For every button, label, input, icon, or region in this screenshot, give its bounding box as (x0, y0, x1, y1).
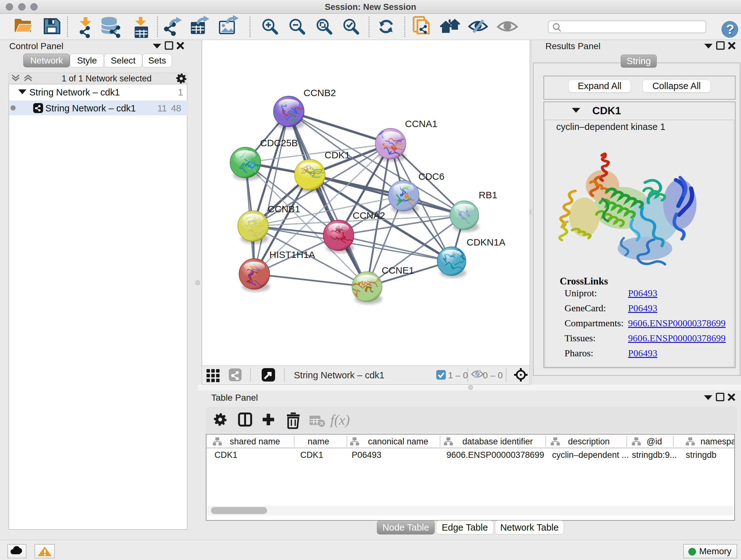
svg-text:9606.ENSP00000378699: 9606.ENSP00000378699 (447, 450, 544, 460)
svg-text:CCNB1: CCNB1 (268, 204, 300, 214)
svg-text:CDK1: CDK1 (300, 450, 323, 460)
svg-text:CCNB2: CCNB2 (304, 87, 336, 98)
svg-text:cyclin–dependent ...: cyclin–dependent ... (552, 450, 629, 460)
svg-text:namespace: namespace (700, 437, 734, 446)
svg-text:name: name (308, 437, 329, 446)
svg-text:stringdb: stringdb (686, 450, 717, 460)
svg-text:String Network – cdk1: String Network – cdk1 (29, 87, 120, 98)
svg-text:RB1: RB1 (479, 190, 497, 200)
svg-text:CCNA1: CCNA1 (405, 118, 437, 129)
svg-text:CDK1: CDK1 (592, 105, 621, 117)
svg-text:CDKN1A: CDKN1A (467, 237, 506, 247)
svg-text:0 – 0: 0 – 0 (483, 370, 502, 380)
svg-text:CDK1: CDK1 (214, 450, 238, 460)
svg-text:CDK1: CDK1 (325, 150, 350, 160)
svg-text:String Network – cdk1: String Network – cdk1 (45, 103, 136, 113)
svg-text:description: description (568, 437, 610, 446)
svg-text:shared name: shared name (230, 437, 280, 446)
svg-text:1: 1 (178, 87, 183, 98)
svg-text:P06493: P06493 (352, 450, 381, 460)
svg-text:CCNA2: CCNA2 (353, 210, 385, 221)
svg-text:f(x): f(x) (330, 412, 350, 428)
svg-text:CCNE1: CCNE1 (382, 265, 414, 275)
svg-text:1 of 1 Network selected: 1 of 1 Network selected (62, 74, 151, 83)
svg-text:11: 11 (157, 103, 167, 113)
svg-text:Table Panel: Table Panel (211, 393, 258, 402)
svg-text:CDC25B: CDC25B (260, 138, 298, 148)
svg-text:canonical name: canonical name (368, 437, 428, 446)
svg-text:Results Panel: Results Panel (545, 41, 601, 51)
svg-text:HIST1H1A: HIST1H1A (269, 249, 315, 260)
svg-text:stringdb:9...: stringdb:9... (632, 450, 677, 460)
svg-text:Control Panel: Control Panel (9, 41, 64, 51)
svg-text:48: 48 (171, 103, 181, 113)
svg-text:database identifier: database identifier (462, 437, 533, 446)
svg-text:CDC6: CDC6 (418, 171, 445, 182)
svg-text:String Network – cdk1: String Network – cdk1 (294, 370, 385, 380)
svg-text:1 – 0: 1 – 0 (448, 370, 468, 380)
svg-text:@id: @id (647, 437, 662, 446)
